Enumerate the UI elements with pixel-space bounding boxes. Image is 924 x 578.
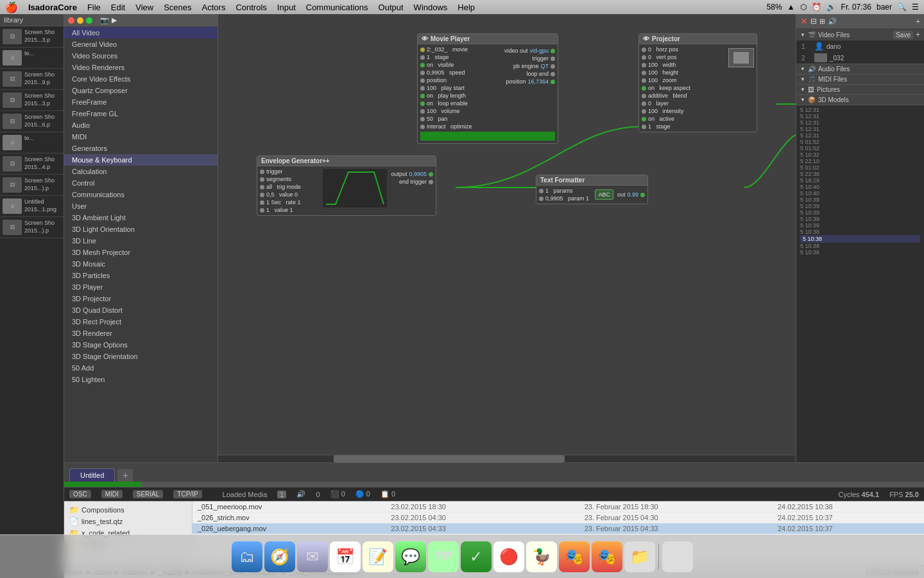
port-val1-in[interactable]: 1 value 1 <box>257 206 321 214</box>
text-formatter-node[interactable]: Text Formatter 1 params <box>536 175 648 204</box>
proj-height[interactable]: 100 height <box>639 69 726 76</box>
maximize-button[interactable] <box>86 17 92 24</box>
serial-tab[interactable]: SERIAL <box>133 490 164 498</box>
osc-tab[interactable]: OSC <box>69 490 91 498</box>
library-item-video-renderers[interactable]: Video Renderers <box>64 62 218 73</box>
port-all-in[interactable]: all trig mode <box>257 183 321 191</box>
pictures-header[interactable]: ▼ 🖼 Pictures <box>796 85 924 94</box>
video-item-1[interactable]: 1 👤 dano <box>796 40 924 52</box>
communications-menu[interactable]: Communications <box>306 3 368 12</box>
file-row-2[interactable]: _026_strich.mov 23.02.2015 04:30 23. Feb… <box>193 512 924 523</box>
tf-params[interactable]: 1 params <box>536 187 594 195</box>
library-item-3d-rect[interactable]: 3D Rect Project <box>64 316 218 328</box>
3d-models-header[interactable]: ▼ 📦 3D Models <box>796 95 924 105</box>
library-item-audio[interactable]: Audio <box>64 119 218 131</box>
movie-player-node[interactable]: 👁 Movie Player 2:_032_ movie <box>417 33 558 144</box>
dock-messages[interactable]: 💬 <box>395 541 426 572</box>
library-item-general-video[interactable]: General Video <box>64 39 218 50</box>
mp-port-volume[interactable]: 100 volume <box>418 107 502 115</box>
mp-port-videoout[interactable]: video out vid-gpu <box>502 47 558 55</box>
library-item-3d-player[interactable]: 3D Player <box>64 281 218 293</box>
add-video-button[interactable]: + <box>916 30 920 39</box>
view-menu[interactable]: View <box>135 3 153 12</box>
list-item[interactable]: 🖥 Untitled 2015...1.png <box>0 196 64 217</box>
port-segments-in[interactable]: segments <box>257 175 321 183</box>
file-row-3[interactable]: _026_uebergang.mov 23.02.2015 04:33 23. … <box>193 523 924 534</box>
library-item-3d-stage-opt[interactable]: 3D Stage Options <box>64 339 218 351</box>
rpanel-speaker-icon[interactable]: 🔊 <box>828 17 837 26</box>
file-menu[interactable]: File <box>87 3 101 12</box>
library-item-3d-mesh[interactable]: 3D Mesh Projector <box>64 247 218 258</box>
library-item-video-sources[interactable]: Video Sources <box>64 50 218 62</box>
proj-zoom[interactable]: 100 zoom <box>639 76 726 84</box>
save-button[interactable]: Save <box>893 31 913 39</box>
windows-menu[interactable]: Windows <box>414 3 448 12</box>
dock-vectorize[interactable]: ✓ <box>461 541 492 572</box>
tree-item-lines-test[interactable]: 📄 lines_test.qtz <box>64 516 192 527</box>
library-item-3d-light[interactable]: 3D Light Orientation <box>64 223 218 235</box>
actor-library-expand[interactable]: ▶ <box>112 16 117 24</box>
position-input[interactable] <box>423 133 449 139</box>
library-item-3d-line[interactable]: 3D Line <box>64 235 218 247</box>
port-endtrigger-out[interactable]: end trigger <box>388 178 436 186</box>
mp-port-playlength[interactable]: on play length <box>418 92 502 100</box>
proj-active[interactable]: on active <box>639 115 726 123</box>
library-item-all-video[interactable]: All Video <box>64 27 218 39</box>
dock-mail[interactable]: ✉ <box>297 541 328 572</box>
apple-menu[interactable]: 🍎 <box>5 1 18 13</box>
list-item[interactable]: 🖼 Screen Sho 2015...3.p <box>0 26 64 48</box>
edit-menu[interactable]: Edit <box>111 3 125 12</box>
rpanel-plus-icon[interactable]: + <box>916 17 920 25</box>
add-scene-button[interactable]: + <box>117 469 133 482</box>
scenes-menu[interactable]: Scenes <box>164 3 191 12</box>
tcpip-tab[interactable]: TCP/IP <box>173 490 201 498</box>
library-item-3d-stage-orient[interactable]: 3D Stage Orientation <box>64 351 218 362</box>
mp-port-visible[interactable]: on visible <box>418 61 502 69</box>
library-item-freeframe-gl[interactable]: FreeFrame GL <box>64 108 218 119</box>
mp-port-loopend[interactable]: loop end <box>502 70 558 78</box>
library-item-generators[interactable]: Generators <box>64 143 218 154</box>
dock-safari[interactable]: 🧭 <box>264 541 295 572</box>
dock-notes[interactable]: 📝 <box>363 541 393 572</box>
library-item-midi[interactable]: MIDI <box>64 131 218 143</box>
mp-port-trigger-out[interactable]: trigger <box>502 55 558 62</box>
dock-finder[interactable]: 🗂 <box>232 541 262 572</box>
midi-files-header[interactable]: ▼ 🎵 MIDI Files <box>796 74 924 84</box>
library-item-freeframe[interactable]: FreeFrame <box>64 96 218 108</box>
port-val0-in[interactable]: 0,5 value 0 <box>257 191 321 198</box>
mp-port-pbengine[interactable]: pb engine QT <box>502 62 558 70</box>
mp-port-speed[interactable]: 0,9905 speed <box>418 69 502 76</box>
rpanel-close[interactable]: ✕ <box>800 16 808 26</box>
mp-port-optimize[interactable]: interact optimize <box>418 123 502 130</box>
proj-layer[interactable]: 0 layer <box>639 100 726 107</box>
library-item-quartz[interactable]: Quartz Composer <box>64 85 218 96</box>
video-item-2[interactable]: 2 _032 <box>796 52 924 64</box>
controls-menu[interactable]: Controls <box>235 3 266 12</box>
proj-blend[interactable]: additive blend <box>639 92 726 100</box>
library-item-3d-quad[interactable]: 3D Quad Distort <box>64 304 218 316</box>
input-menu[interactable]: Input <box>277 3 296 12</box>
library-item-user[interactable]: User <box>64 200 218 212</box>
list-item[interactable]: 🖼 Screen Sho 2015...9.p <box>0 69 64 90</box>
mp-port-pan[interactable]: 50 pan <box>418 115 502 123</box>
dock-cyberduck[interactable]: 🦆 <box>526 541 557 572</box>
mp-port-position-out[interactable]: position 16,7364 <box>502 78 558 85</box>
proj-vertpos[interactable]: 0 vert pos <box>639 53 726 61</box>
library-item-3d-projector[interactable]: 3D Projector <box>64 293 218 304</box>
mp-port-stage[interactable]: 1 stage <box>418 53 502 61</box>
proj-width[interactable]: 100 width <box>639 61 726 69</box>
list-item[interactable]: 🖼 Screen Sho 2015...).p <box>0 217 64 238</box>
stage-scrollbar-h[interactable] <box>218 455 796 462</box>
library-item-3d-particles[interactable]: 3D Particles <box>64 270 218 281</box>
library-item-3d-mosaic[interactable]: 3D Mosaic <box>64 258 218 270</box>
projector-node[interactable]: 👁 Projector 0 horz pos <box>638 33 757 132</box>
library-item-core-video[interactable]: Core Video Effects <box>64 73 218 85</box>
mp-port-position[interactable]: position <box>418 76 502 84</box>
list-item[interactable]: 🖼 Screen Sho 2015...4.p <box>0 153 64 175</box>
list-item[interactable]: 🖥 te... <box>0 132 64 153</box>
proj-horzpos[interactable]: 0 horz pos <box>639 46 726 53</box>
proj-stage[interactable]: 1 stage <box>639 123 726 130</box>
control-icon[interactable]: ☰ <box>912 3 919 12</box>
close-button[interactable] <box>68 17 74 24</box>
tf-param1[interactable]: 0,9905 param 1 <box>536 195 594 202</box>
